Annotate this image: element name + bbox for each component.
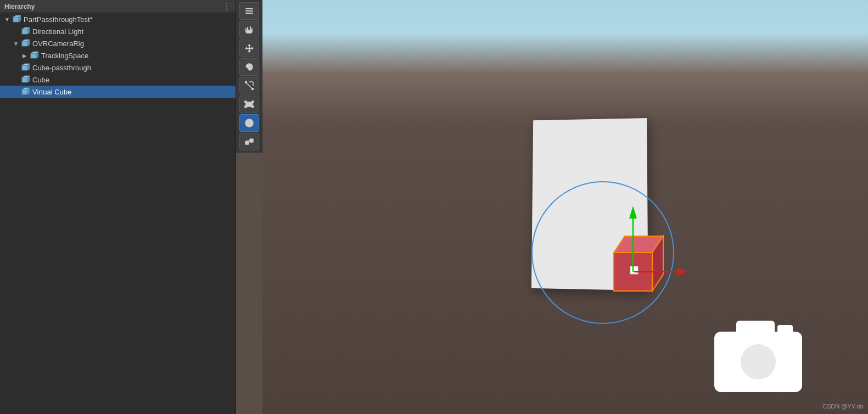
cube-icon-virtual-cube — [21, 87, 30, 96]
svg-point-70 — [679, 269, 684, 275]
no-arrow-cube — [12, 76, 20, 83]
no-arrow-cube-passthrough — [12, 64, 20, 71]
toolbar-scale-button[interactable] — [239, 77, 259, 94]
svg-rect-75 — [777, 325, 793, 336]
svg-point-39 — [248, 122, 250, 124]
expand-arrow-part-passthrough-test[interactable]: ▼ — [3, 15, 11, 23]
hierarchy-item-tracking-space[interactable]: ▶ TrackingSpace — [0, 49, 236, 61]
svg-rect-31 — [246, 102, 253, 107]
selected-object-gizmo — [581, 181, 691, 320]
svg-rect-22 — [245, 10, 253, 12]
svg-rect-18 — [22, 89, 27, 94]
toolbar-strip — [236, 0, 262, 153]
svg-rect-33 — [252, 101, 254, 103]
toolbar-custom-button[interactable] — [239, 133, 259, 150]
watermark: CSDN @YY-nb — [822, 403, 864, 410]
cube-icon-part-passthrough-test — [12, 15, 21, 24]
no-arrow-virtual-cube — [12, 88, 20, 96]
svg-rect-65 — [630, 266, 638, 274]
grid-lines — [262, 0, 427, 82]
toolbar-rotate-button[interactable] — [239, 58, 259, 76]
cube-icon-directional-light — [21, 27, 30, 36]
cube-icon-cube-passthrough — [21, 63, 30, 72]
item-label-part-passthrough-test: PartPassthroughTest* — [24, 15, 93, 24]
no-arrow-directional-light — [12, 27, 20, 35]
hierarchy-title: Hierarchy — [4, 3, 35, 10]
toolbar-rect-button[interactable] — [239, 96, 259, 113]
expand-arrow-tracking-space[interactable]: ▶ — [21, 52, 29, 59]
camera-icon — [703, 299, 824, 398]
svg-rect-3 — [22, 29, 27, 34]
hierarchy-item-part-passthrough-test[interactable]: ▼ PartPassthroughTest* — [0, 13, 236, 25]
cube-icon-cube — [21, 75, 30, 84]
expand-arrow-ovr-camera-rig[interactable]: ▼ — [12, 40, 20, 47]
svg-rect-27 — [251, 88, 254, 90]
item-label-cube: Cube — [32, 76, 49, 84]
svg-rect-12 — [22, 65, 27, 70]
hierarchy-menu-button[interactable]: ⋮ — [222, 1, 231, 12]
svg-rect-34 — [245, 106, 247, 108]
cube-icon-ovr-camera-rig — [21, 39, 30, 48]
toolbar-move-button[interactable] — [239, 40, 259, 57]
hierarchy-item-directional-light[interactable]: Directional Light — [0, 25, 236, 37]
item-label-cube-passthrough: Cube-passthrough — [32, 64, 91, 72]
svg-line-42 — [247, 141, 251, 141]
hierarchy-header: Hierarchy ⋮ — [0, 0, 236, 13]
svg-rect-35 — [252, 106, 254, 108]
svg-rect-74 — [736, 321, 775, 337]
svg-rect-28 — [245, 81, 247, 83]
svg-rect-6 — [22, 41, 27, 46]
svg-marker-24 — [245, 44, 254, 53]
svg-rect-32 — [245, 101, 247, 103]
svg-point-73 — [741, 344, 776, 379]
hierarchy-item-virtual-cube[interactable]: Virtual Cube — [0, 86, 236, 98]
scene-background[interactable]: CSDN @YY-nb — [262, 0, 868, 414]
hierarchy-items-list: ▼ PartPassthroughTest* Directional Light… — [0, 13, 236, 414]
item-label-virtual-cube: Virtual Cube — [32, 88, 71, 96]
svg-rect-23 — [245, 13, 253, 14]
item-label-directional-light: Directional Light — [32, 27, 83, 36]
item-label-ovr-camera-rig: OVRCameraRig — [32, 40, 84, 48]
svg-rect-40 — [245, 141, 249, 144]
hierarchy-item-cube-passthrough[interactable]: Cube-passthrough — [0, 61, 236, 74]
svg-rect-9 — [31, 53, 36, 58]
item-label-tracking-space: TrackingSpace — [41, 52, 88, 60]
toolbar-transform-button[interactable] — [239, 114, 259, 132]
hierarchy-item-ovr-camera-rig[interactable]: ▼ OVRCameraRig — [0, 37, 236, 49]
svg-rect-15 — [22, 77, 27, 82]
svg-rect-21 — [245, 8, 253, 9]
hierarchy-panel: Hierarchy ⋮ ▼ PartPassthroughTest* Direc… — [0, 0, 236, 414]
toolbar-hamburger-button[interactable] — [239, 2, 259, 20]
svg-marker-67 — [629, 206, 637, 219]
hierarchy-item-cube[interactable]: Cube — [0, 74, 236, 86]
cube-icon-tracking-space — [30, 51, 38, 60]
scene-view[interactable]: CSDN @YY-nb — [236, 0, 868, 414]
svg-rect-0 — [13, 17, 19, 22]
toolbar-hand-button[interactable] — [239, 21, 259, 38]
